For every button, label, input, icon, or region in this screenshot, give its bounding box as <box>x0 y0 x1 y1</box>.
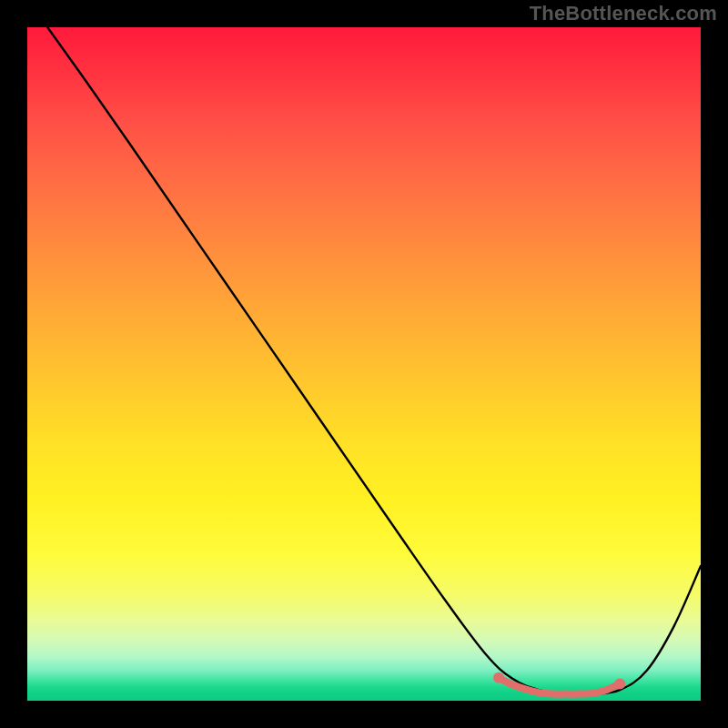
pink-dot <box>493 672 504 683</box>
black-curve <box>47 27 701 694</box>
chart-svg <box>27 27 701 701</box>
chart-frame: TheBottleneck.com <box>0 0 728 728</box>
watermark-text: TheBottleneck.com <box>530 2 717 25</box>
pink-dot <box>614 679 625 690</box>
plot-area <box>27 27 701 701</box>
